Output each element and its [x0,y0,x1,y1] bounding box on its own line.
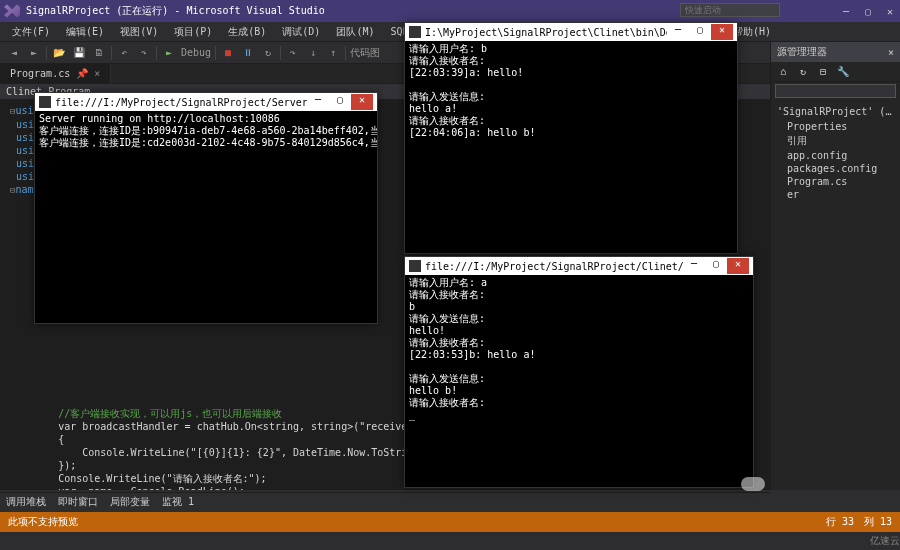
tree-node[interactable]: Properties [775,120,896,133]
pause-icon[interactable]: ⏸ [240,45,256,61]
console-titlebar[interactable]: I:\MyProject\SignalRProject\Clinet\bin\D… [405,23,737,41]
console-output: 请输入用户名: a 请输入接收者名: b 请输入发送信息: hello! 请输入… [405,275,753,487]
status-left: 此项不支持预览 [8,515,78,529]
codemap-label[interactable]: 代码图 [350,46,380,60]
client1-console-window[interactable]: I:\MyProject\SignalRProject\Clinet\bin\D… [404,22,738,254]
console-min-button[interactable]: ─ [307,94,329,110]
console-close-button[interactable]: ✕ [351,94,373,110]
close-button[interactable]: ✕ [884,6,896,17]
panel-close-icon[interactable]: × [888,47,894,58]
tab-immediate[interactable]: 即时窗口 [58,495,98,509]
console-min-button[interactable]: ─ [683,258,705,274]
status-row: 行 33 [826,515,854,529]
tab-label: Program.cs [10,68,70,79]
tree-node[interactable]: Program.cs [775,175,896,188]
solution-explorer: 源管理理器 × ⌂ ↻ ⊟ 🔧 'SignalRProject' (2 个项目)… [770,42,900,490]
console-icon [409,26,421,38]
console-title: I:\MyProject\SignalRProject\Clinet\bin\D… [425,27,667,38]
console-title: file:///I:/MyProject/SignalRProject/Clin… [425,261,683,272]
save-all-icon[interactable]: 🗎 [91,45,107,61]
home-icon[interactable]: ⌂ [775,64,791,80]
open-icon[interactable]: 📂 [51,45,67,61]
status-bar: 此项不支持预览 行 33 列 13 [0,512,900,532]
tab-watch[interactable]: 监视 1 [162,495,194,509]
step-into-icon[interactable]: ↓ [305,45,321,61]
tab-locals[interactable]: 局部变量 [110,495,150,509]
brand-watermark: 亿速云 [870,532,900,550]
console-max-button[interactable]: ▢ [705,258,727,274]
solution-search-input[interactable] [775,84,896,98]
cloud-watermark-icon [741,474,765,495]
console-icon [409,260,421,272]
tab-callstack[interactable]: 调用堆栈 [6,495,46,509]
tree-node[interactable]: packages.config [775,162,896,175]
menu-view[interactable]: 视图(V) [114,23,164,41]
tree-node[interactable]: er [775,188,896,201]
console-min-button[interactable]: ─ [667,24,689,40]
console-output: 请输入用户名: b 请输入接收者名: [22:03:39]a: hello! 请… [405,41,737,253]
client2-console-window[interactable]: file:///I:/MyProject/SignalRProject/Clin… [404,256,754,488]
step-over-icon[interactable]: ↷ [285,45,301,61]
console-max-button[interactable]: ▢ [689,24,711,40]
menu-project[interactable]: 项目(P) [168,23,218,41]
tree-node[interactable]: app.config [775,149,896,162]
stop-icon[interactable]: ■ [220,45,236,61]
menu-build[interactable]: 生成(B) [222,23,272,41]
redo-icon[interactable]: ↷ [136,45,152,61]
console-icon [39,96,51,108]
restart-icon[interactable]: ↻ [260,45,276,61]
refresh-icon[interactable]: ↻ [795,64,811,80]
pin-icon[interactable]: 📌 [76,68,88,79]
titlebar: SignalRProject (正在运行) - Microsoft Visual… [0,0,900,22]
console-output: Server running on http://localhost:10086… [35,111,377,323]
menu-team[interactable]: 团队(M) [330,23,380,41]
solution-root[interactable]: 'SignalRProject' (2 个项目) [775,104,896,120]
properties-icon[interactable]: 🔧 [835,64,851,80]
panel-header[interactable]: 源管理理器 × [771,42,900,62]
tab-program-cs[interactable]: Program.cs 📌 × [0,64,111,84]
menu-debug[interactable]: 调试(D) [276,23,326,41]
console-close-button[interactable]: ✕ [711,24,733,40]
quick-launch-input[interactable] [680,3,780,17]
console-max-button[interactable]: ▢ [329,94,351,110]
console-titlebar[interactable]: file:///I:/MyProject/SignalRProject/Serv… [35,93,377,111]
config-label[interactable]: Debug [181,47,211,58]
maximize-button[interactable]: ▢ [862,6,874,17]
panel-toolbar: ⌂ ↻ ⊟ 🔧 [771,62,900,82]
menu-file[interactable]: 文件(F) [6,23,56,41]
console-titlebar[interactable]: file:///I:/MyProject/SignalRProject/Clin… [405,257,753,275]
menu-edit[interactable]: 编辑(E) [60,23,110,41]
minimize-button[interactable]: ─ [840,6,852,17]
console-close-button[interactable]: ✕ [727,258,749,274]
undo-icon[interactable]: ↶ [116,45,132,61]
status-col: 列 13 [864,515,892,529]
vs-logo-icon [4,3,20,19]
tree-node[interactable]: 引用 [775,133,896,149]
continue-icon[interactable]: ► [161,45,177,61]
console-title: file:///I:/MyProject/SignalRProject/Serv… [55,97,307,108]
solution-tree[interactable]: 'SignalRProject' (2 个项目) Properties 引用 a… [771,100,900,205]
panel-search [771,82,900,100]
tab-close-icon[interactable]: × [94,68,100,79]
server-console-window[interactable]: file:///I:/MyProject/SignalRProject/Serv… [34,92,378,324]
step-out-icon[interactable]: ↑ [325,45,341,61]
nav-fwd-icon[interactable]: ► [26,45,42,61]
save-icon[interactable]: 💾 [71,45,87,61]
collapse-icon[interactable]: ⊟ [815,64,831,80]
nav-back-icon[interactable]: ◄ [6,45,22,61]
bottom-tool-tabs: 调用堆栈 即时窗口 局部变量 监视 1 [0,492,770,510]
